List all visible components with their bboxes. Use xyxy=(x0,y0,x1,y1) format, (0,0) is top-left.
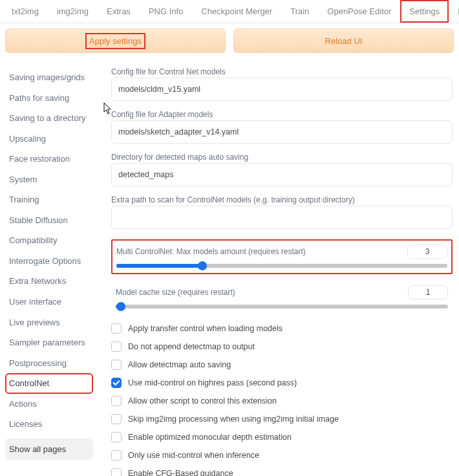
sidebar-item-saving-images-grids[interactable]: Saving images/grids xyxy=(5,67,93,88)
checkbox-label: Enable optimized monocular depth estimat… xyxy=(128,433,292,442)
sidebar-item-licenses[interactable]: Licenses xyxy=(5,414,93,435)
sidebar-item-extra-networks[interactable]: Extra Networks xyxy=(5,271,93,292)
detected-dir-input[interactable] xyxy=(111,163,453,186)
sidebar-item-user-interface[interactable]: User interface xyxy=(5,292,93,312)
settings-sidebar: Saving images/gridsPaths for savingSavin… xyxy=(5,58,96,476)
config-cn-input[interactable] xyxy=(111,78,453,101)
apply-settings-button[interactable]: Apply settings xyxy=(5,28,226,53)
sidebar-item-compatibility[interactable]: Compatibility xyxy=(5,230,93,251)
checkbox-list: Apply transfer control when loading mode… xyxy=(111,319,453,476)
checkbox-label: Do not append detectmap to output xyxy=(128,342,255,351)
slider-thumb[interactable] xyxy=(198,261,207,270)
multi-controlnet-slider: Multi ControlNet: Max models amount (req… xyxy=(111,239,453,274)
tab-settings[interactable]: Settings xyxy=(400,0,449,23)
settings-content: Config file for Control Net models Confi… xyxy=(96,58,456,476)
checkbox-row: Enable optimized monocular depth estimat… xyxy=(111,428,453,446)
checkbox[interactable] xyxy=(111,341,122,352)
sidebar-item-paths-for-saving[interactable]: Paths for saving xyxy=(5,88,93,109)
extra-path-input[interactable] xyxy=(111,206,453,229)
sidebar-item-interrogate-options[interactable]: Interrogate Options xyxy=(5,251,93,272)
checkbox-row: Allow other script to control this exten… xyxy=(111,392,453,410)
checkbox[interactable] xyxy=(111,414,122,424)
checkbox-row: Skip img2img processing when using img2i… xyxy=(111,410,453,428)
checkbox-label: Only use mid-control when inference xyxy=(128,451,259,460)
cache-size-label: Model cache size (requires restart) xyxy=(116,288,235,297)
checkbox[interactable] xyxy=(111,432,122,442)
checkbox[interactable] xyxy=(111,378,122,388)
checkbox-label: Skip img2img processing when using img2i… xyxy=(128,415,339,424)
tab-extensions[interactable]: Extensions xyxy=(449,0,459,23)
multi-controlnet-track[interactable] xyxy=(116,264,447,268)
multi-controlnet-label: Multi ControlNet: Max models amount (req… xyxy=(116,247,306,256)
sidebar-item-system[interactable]: System xyxy=(5,169,93,190)
checkbox-label: Use mid-control on highres pass (second … xyxy=(128,378,297,387)
main-area: Saving images/gridsPaths for savingSavin… xyxy=(0,58,459,476)
checkbox-label: Enable CFG-Based guidance xyxy=(128,469,233,476)
sidebar-show-all[interactable]: Show all pages xyxy=(5,438,93,460)
cache-size-track[interactable] xyxy=(116,305,448,308)
checkbox[interactable] xyxy=(111,360,122,370)
slider-thumb[interactable] xyxy=(116,302,125,311)
checkbox-label: Allow other script to control this exten… xyxy=(128,396,277,406)
tab-png-info[interactable]: PNG Info xyxy=(140,0,192,23)
checkbox-row: Use mid-control on highres pass (second … xyxy=(111,374,453,392)
cache-size-slider: Model cache size (requires restart) xyxy=(111,281,453,314)
extra-path-label: Extra path to scan for ControlNet models… xyxy=(111,195,453,204)
tab-img2img[interactable]: img2img xyxy=(48,0,98,23)
sidebar-item-live-previews[interactable]: Live previews xyxy=(5,312,93,333)
tab-checkpoint-merger[interactable]: Checkpoint Merger xyxy=(192,0,281,23)
checkbox-label: Apply transfer control when loading mode… xyxy=(128,324,283,333)
checkbox[interactable] xyxy=(111,396,122,406)
reload-ui-button[interactable]: Reload UI xyxy=(233,28,454,53)
checkbox[interactable] xyxy=(111,450,122,460)
detected-dir-field: Directory for detected maps auto saving xyxy=(111,153,453,186)
top-tabs: txt2imgimg2imgExtrasPNG InfoCheckpoint M… xyxy=(0,0,459,23)
config-cn-field: Config file for Control Net models xyxy=(111,67,453,101)
button-row: Apply settings Reload UI xyxy=(0,23,459,58)
extra-path-field: Extra path to scan for ControlNet models… xyxy=(111,195,453,229)
checkbox-row: Enable CFG-Based guidance xyxy=(111,464,453,476)
detected-dir-label: Directory for detected maps auto saving xyxy=(111,153,453,162)
tab-train[interactable]: Train xyxy=(281,0,318,23)
sidebar-item-stable-diffusion[interactable]: Stable Diffusion xyxy=(5,210,93,231)
multi-controlnet-value[interactable] xyxy=(407,244,447,259)
checkbox-row: Allow detectmap auto saving xyxy=(111,356,453,374)
checkbox[interactable] xyxy=(111,468,122,476)
config-adapter-label: Config file for Adapter models xyxy=(111,110,453,119)
sidebar-item-training[interactable]: Training xyxy=(5,189,93,210)
sidebar-item-sampler-parameters[interactable]: Sampler parameters xyxy=(5,332,93,353)
sidebar-item-face-restoration[interactable]: Face restoration xyxy=(5,149,93,169)
sidebar-item-actions[interactable]: Actions xyxy=(5,394,93,415)
checkbox-row: Only use mid-control when inference xyxy=(111,446,453,464)
sidebar-item-postprocessing[interactable]: Postprocessing xyxy=(5,353,93,374)
config-cn-label: Config file for Control Net models xyxy=(111,67,453,76)
checkbox[interactable] xyxy=(111,323,122,334)
checkbox-row: Apply transfer control when loading mode… xyxy=(111,319,453,338)
config-adapter-field: Config file for Adapter models xyxy=(111,110,453,144)
sidebar-item-upscaling[interactable]: Upscaling xyxy=(5,129,93,149)
sidebar-item-controlnet[interactable]: ControlNet xyxy=(5,373,93,394)
sidebar-item-saving-to-a-directory[interactable]: Saving to a directory xyxy=(5,108,93,129)
checkbox-row: Do not append detectmap to output xyxy=(111,338,453,356)
tab-extras[interactable]: Extras xyxy=(98,0,140,23)
config-adapter-input[interactable] xyxy=(111,120,453,144)
tab-openpose-editor[interactable]: OpenPose Editor xyxy=(318,0,400,23)
checkbox-label: Allow detectmap auto saving xyxy=(128,360,231,369)
cache-size-value[interactable] xyxy=(408,285,448,299)
tab-txt2img[interactable]: txt2img xyxy=(3,0,48,23)
